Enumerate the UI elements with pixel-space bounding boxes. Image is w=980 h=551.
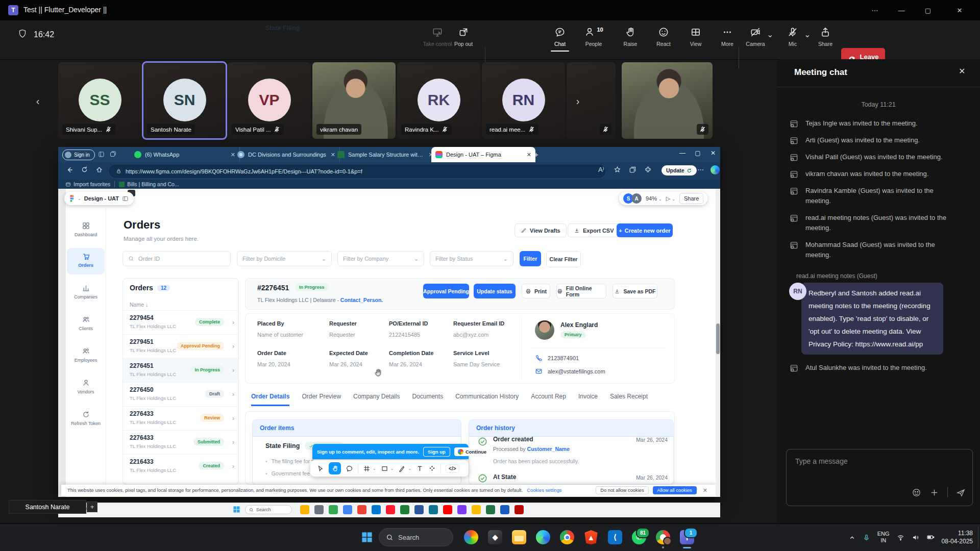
chevron-right-icon[interactable]: › <box>232 318 234 326</box>
video-tile-shivani-sup---[interactable]: SSShivani Sup... <box>58 62 141 139</box>
copilot-button[interactable] <box>461 528 481 547</box>
window-close-button[interactable]: ✕ <box>948 0 971 20</box>
tab-group-icon[interactable] <box>109 151 116 158</box>
shared-app-icon-16[interactable] <box>514 505 524 514</box>
collections-icon[interactable] <box>629 166 636 173</box>
filter-company-dropdown[interactable]: Filter by Company⌄ <box>337 251 424 266</box>
shared-app-icon-5[interactable] <box>357 505 366 514</box>
import-favorites-button[interactable]: Import favorites <box>65 181 110 187</box>
frame-tool-icon[interactable] <box>363 465 371 472</box>
address-bar[interactable]: https://www.figma.com/design/9BKQ0FOHRWa… <box>109 165 605 178</box>
vscode-button[interactable]: ⟨ <box>605 528 625 547</box>
print-button[interactable]: Print <box>522 284 550 298</box>
toolbar-share-button[interactable]: Share <box>807 27 844 47</box>
chrome-profile-button[interactable] <box>653 528 673 547</box>
text-tool-icon[interactable] <box>416 465 424 472</box>
tray-wifi-icon[interactable] <box>897 534 904 541</box>
copilot-icon[interactable] <box>710 165 720 174</box>
sidebar-item-clients[interactable]: Clients <box>66 315 106 331</box>
language-indicator[interactable]: ENGIN <box>877 531 890 544</box>
order-row-2276433[interactable]: 2276433TL Flex Holdings LLCSubmitted› <box>123 430 238 455</box>
tab-communication-history[interactable]: Communication History <box>455 393 519 406</box>
start-button[interactable] <box>357 528 377 547</box>
tiles-scroll-right-button[interactable]: › <box>572 95 584 107</box>
presenter-add-button[interactable]: + <box>87 502 97 512</box>
cookie-close-icon[interactable]: ✕ <box>701 487 709 494</box>
chevron-right-icon[interactable]: › <box>232 438 234 446</box>
sign-up-button[interactable]: Sign up <box>423 447 450 457</box>
order-row-2276433[interactable]: 2276433TL Flex Holdings LLCReview› <box>123 406 238 431</box>
customer-name-link[interactable]: Customer_Name <box>527 446 570 452</box>
video-tile-read-ai-mee---[interactable]: RNread.ai mee... <box>482 62 565 139</box>
tray-battery-icon[interactable] <box>926 533 935 541</box>
clear-filter-button[interactable]: Clear Filter <box>546 251 581 267</box>
collaborator-avatar[interactable]: A <box>631 193 642 204</box>
filter-domicile-dropdown[interactable]: Filter by Domicile⌄ <box>237 251 332 266</box>
send-icon[interactable] <box>956 488 966 497</box>
browser-tab-2[interactable]: DC Divisions and Surroundings✕ <box>233 147 340 162</box>
tray-volume-icon[interactable] <box>912 534 919 541</box>
toolbar-raise-button[interactable]: Raise <box>612 27 649 47</box>
order-row-2276451[interactable]: 2276451TL Flex Holdings LLCIn Progress› <box>123 358 238 383</box>
video-tile-vishal-patil----[interactable]: VPVishal Patil ... <box>228 62 311 139</box>
sidebar-item-refresh-token[interactable]: Refresh Token <box>66 410 106 426</box>
vertical-tabs-icon[interactable] <box>98 151 105 158</box>
tab-order-preview[interactable]: Order Preview <box>302 393 341 406</box>
shared-app-icon-2[interactable] <box>314 505 324 514</box>
filter-status-dropdown[interactable]: Filter by Status⌄ <box>430 251 513 266</box>
deny-cookies-button[interactable]: Do not allow cookies <box>596 486 648 494</box>
sidebar-item-orders[interactable]: Orders <box>66 252 106 268</box>
shared-app-icon-9[interactable] <box>414 505 424 514</box>
update-status-button[interactable]: Update status <box>474 284 516 298</box>
tray-chevron-up-icon[interactable] <box>849 534 855 541</box>
tab-order-details[interactable]: Order Details <box>251 393 289 406</box>
browser-restore-button[interactable]: ▢ <box>690 149 705 157</box>
order-row-2216433[interactable]: 2216433TL Flex Holdings LLCCreated› <box>123 454 238 479</box>
show-desktop-button[interactable] <box>978 527 980 548</box>
contact-person-link[interactable]: Contact_Person. <box>340 297 383 303</box>
toolbar-react-button[interactable]: React <box>645 27 682 47</box>
video-tile-ravindra-k---[interactable]: RKRavindra K... <box>397 62 480 139</box>
export-csv-button[interactable]: Export CSV <box>568 223 620 237</box>
toolbar-mic-button[interactable]: Mic⌄ <box>774 27 811 47</box>
order-row-2279451[interactable]: 2279451TL Flex Holdings LLCApproval Pend… <box>123 334 238 359</box>
contact-email-row[interactable]: alex@vstatefilings.com <box>535 367 605 375</box>
file-explorer-button[interactable] <box>509 528 529 547</box>
approval-pending-button[interactable]: Approval Pending <box>423 284 469 298</box>
move-tool-icon[interactable] <box>316 465 324 472</box>
view-drafts-button[interactable]: View Drafts <box>514 223 567 237</box>
shared-app-icon-15[interactable] <box>500 505 509 514</box>
components-icon[interactable] <box>428 465 436 472</box>
browser-tab-3[interactable]: Sample Salary Structure with calc✕ <box>333 147 438 162</box>
toolbar-pop-out-button[interactable]: Pop out <box>445 27 482 47</box>
comment-tool-icon[interactable] <box>346 465 353 472</box>
chevron-right-icon[interactable]: › <box>232 390 234 398</box>
video-tile-santosh-narate[interactable]: SNSantosh Narate <box>143 62 226 139</box>
browser-tab-1[interactable]: (6) WhatsApp✕ <box>130 147 240 162</box>
shared-app-icon-6[interactable] <box>372 505 381 514</box>
browser-menu-icon[interactable]: ⋯ <box>697 166 704 173</box>
tiles-scroll-left-button[interactable]: ‹ <box>32 95 44 107</box>
shared-start-button[interactable] <box>233 506 240 513</box>
browser-close-button[interactable]: ✕ <box>705 149 721 157</box>
scrollbar-thumb[interactable] <box>716 323 720 354</box>
favorite-star-icon[interactable] <box>614 166 621 173</box>
tab-close-icon[interactable]: ✕ <box>527 152 531 158</box>
shared-search-box[interactable]: Search <box>245 505 292 514</box>
cookies-settings-link[interactable]: Cookies settings <box>527 488 561 493</box>
prototype-play-button[interactable]: ▷ ⌄ <box>666 195 675 202</box>
tab-account-rep[interactable]: Account Rep <box>531 393 566 406</box>
create-new-order-button[interactable]: + Create new order <box>617 223 673 237</box>
contact-phone-row[interactable]: 2123874901 <box>535 354 579 362</box>
tab-company-details[interactable]: Company Details <box>353 393 400 406</box>
filter-button[interactable]: Filter <box>520 251 541 266</box>
window-more-button[interactable]: ⋯ <box>864 0 886 20</box>
tab-sales-receipt[interactable]: Sales Receipt <box>610 393 648 406</box>
order-row-2279454[interactable]: 2279454TL Flex Holdings LLCComplete› <box>123 310 238 335</box>
zoom-level-dropdown[interactable]: 94% ⌄ <box>646 195 662 202</box>
shared-app-icon-11[interactable] <box>443 505 452 514</box>
save-as-pdf-button[interactable]: Save as PDF <box>612 284 657 298</box>
shared-app-icon-14[interactable] <box>486 505 495 514</box>
chevron-right-icon[interactable]: › <box>232 342 234 350</box>
back-icon[interactable] <box>65 166 74 174</box>
